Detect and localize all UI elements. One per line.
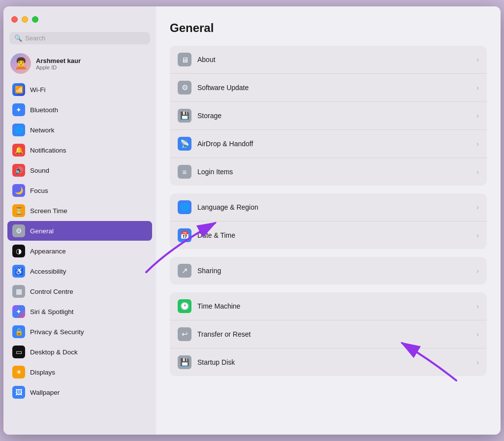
sidebar-item-privacy[interactable]: 🔒Privacy & Security — [7, 322, 152, 342]
sidebar-item-notifications[interactable]: 🔔Notifications — [7, 140, 152, 160]
sidebar-item-appearance[interactable]: ◑Appearance — [7, 241, 152, 261]
timemachine-icon: 🕐 — [178, 299, 191, 313]
wallpaper-icon: 🖼 — [12, 386, 25, 399]
user-name: Arshmeet kaur — [36, 57, 81, 64]
sound-icon: 🔊 — [12, 164, 25, 177]
menu-row-language[interactable]: 🌐Language & Region› — [170, 193, 487, 221]
transfer-icon: ↩ — [178, 327, 191, 341]
sidebar-item-label-displays: Displays — [30, 369, 55, 376]
sidebar-item-label-focus: Focus — [30, 187, 48, 194]
maximize-button[interactable] — [32, 16, 38, 23]
software-update-icon: ⚙ — [178, 81, 191, 94]
startup-icon: 💾 — [178, 355, 191, 369]
menu-row-software-update[interactable]: ⚙Software Update› — [170, 73, 487, 101]
desktop-icon: ▭ — [12, 346, 25, 358]
sidebar-item-label-network: Network — [30, 126, 55, 134]
appearance-icon: ◑ — [12, 245, 25, 257]
sidebar-item-label-accessibility: Accessibility — [30, 268, 66, 275]
chevron-icon-language: › — [476, 203, 479, 211]
siri-icon: ✦ — [12, 305, 25, 318]
menu-row-label-startup: Startup Disk — [197, 358, 476, 366]
sidebar-item-label-general: General — [30, 227, 54, 235]
section-group-group4: 🕐Time Machine›↩Transfer or Reset›💾Startu… — [170, 292, 487, 376]
sidebar-item-bluetooth[interactable]: ✦Bluetooth — [7, 100, 152, 120]
menu-row-label-language: Language & Region — [197, 203, 476, 211]
menu-row-storage[interactable]: 💾Storage› — [170, 101, 487, 129]
sidebar-item-controlcentre[interactable]: ▦Control Centre — [7, 282, 152, 301]
login-items-icon: ≡ — [178, 165, 191, 179]
sidebar-item-label-siri: Siri & Spotlight — [30, 308, 74, 315]
menu-row-label-sharing: Sharing — [197, 267, 476, 275]
menu-row-label-datetime: Date & Time — [197, 231, 476, 239]
sidebar-item-wifi[interactable]: 📶Wi-Fi — [7, 80, 152, 99]
bluetooth-icon: ✦ — [12, 103, 25, 116]
sharing-icon: ↗ — [178, 264, 191, 278]
sidebar-item-focus[interactable]: 🌙Focus — [7, 181, 152, 200]
notifications-icon: 🔔 — [12, 144, 25, 157]
sidebar-item-label-privacy: Privacy & Security — [30, 328, 84, 336]
system-settings-window: 🔍 Search 🧑‍🦱 Arshmeet kaur Apple ID 📶Wi-… — [3, 6, 501, 435]
wifi-icon: 📶 — [12, 83, 25, 96]
sidebar-item-label-wifi: Wi-Fi — [30, 86, 45, 94]
sidebar-item-label-wallpaper: Wallpaper — [30, 389, 60, 396]
chevron-icon-transfer: › — [476, 330, 479, 338]
menu-row-label-software-update: Software Update — [197, 84, 476, 92]
titlebar — [3, 6, 156, 32]
menu-row-startup[interactable]: 💾Startup Disk› — [170, 348, 487, 376]
search-icon: 🔍 — [14, 34, 22, 42]
screentime-icon: ⏳ — [12, 204, 25, 217]
displays-icon: ☀ — [12, 366, 25, 378]
chevron-icon-sharing: › — [476, 267, 479, 275]
menu-row-login-items[interactable]: ≡Login Items› — [170, 158, 487, 186]
menu-row-label-about: About — [197, 56, 476, 63]
menu-row-airdrop[interactable]: 📡AirDrop & Handoff› — [170, 129, 487, 158]
chevron-icon-airdrop: › — [476, 140, 479, 148]
user-sub: Apple ID — [36, 64, 81, 70]
sidebar: 🔍 Search 🧑‍🦱 Arshmeet kaur Apple ID 📶Wi-… — [3, 6, 156, 435]
sidebar-item-label-controlcentre: Control Centre — [30, 288, 73, 295]
menu-row-about[interactable]: 🖥About› — [170, 46, 487, 73]
sidebar-item-sound[interactable]: 🔊Sound — [7, 160, 152, 180]
page-title: General — [170, 21, 487, 35]
airdrop-icon: 📡 — [178, 137, 191, 151]
chevron-icon-software-update: › — [476, 84, 479, 92]
sidebar-item-general[interactable]: ⚙General — [7, 221, 152, 241]
sidebar-item-label-sound: Sound — [30, 167, 49, 174]
sidebar-item-wallpaper[interactable]: 🖼Wallpaper — [7, 382, 152, 402]
section-group-group3: ↗Sharing› — [170, 257, 487, 284]
sidebar-item-displays[interactable]: ☀Displays — [7, 362, 152, 382]
user-profile[interactable]: 🧑‍🦱 Arshmeet kaur Apple ID — [3, 49, 156, 80]
about-icon: 🖥 — [178, 53, 191, 66]
menu-row-datetime[interactable]: 📅Date & Time› — [170, 221, 487, 249]
chevron-icon-login-items: › — [476, 168, 479, 176]
sidebar-item-screentime[interactable]: ⏳Screen Time — [7, 201, 152, 220]
search-bar[interactable]: 🔍 Search — [9, 32, 150, 44]
chevron-icon-datetime: › — [476, 231, 479, 239]
chevron-icon-about: › — [476, 56, 479, 63]
close-button[interactable] — [11, 16, 18, 23]
menu-row-sharing[interactable]: ↗Sharing› — [170, 257, 487, 284]
sidebar-item-desktop[interactable]: ▭Desktop & Dock — [7, 342, 152, 362]
controlcentre-icon: ▦ — [12, 285, 25, 298]
sidebar-item-label-appearance: Appearance — [30, 248, 66, 255]
sidebar-item-network[interactable]: 🌐Network — [7, 120, 152, 140]
menu-row-transfer[interactable]: ↩Transfer or Reset› — [170, 320, 487, 348]
sidebar-item-accessibility[interactable]: ♿Accessibility — [7, 261, 152, 281]
datetime-icon: 📅 — [178, 228, 191, 242]
sidebar-item-label-bluetooth: Bluetooth — [30, 106, 58, 114]
minimize-button[interactable] — [22, 16, 28, 23]
menu-row-label-airdrop: AirDrop & Handoff — [197, 140, 476, 148]
avatar: 🧑‍🦱 — [10, 53, 31, 74]
language-icon: 🌐 — [178, 200, 191, 214]
sidebar-item-label-screentime: Screen Time — [30, 207, 67, 215]
menu-row-label-transfer: Transfer or Reset — [197, 330, 476, 338]
menu-row-timemachine[interactable]: 🕐Time Machine› — [170, 292, 487, 320]
main-groups: 🖥About›⚙Software Update›💾Storage›📡AirDro… — [170, 46, 487, 376]
section-group-group1: 🖥About›⚙Software Update›💾Storage›📡AirDro… — [170, 46, 487, 186]
menu-row-label-storage: Storage — [197, 112, 476, 120]
sidebar-item-siri[interactable]: ✦Siri & Spotlight — [7, 302, 152, 321]
storage-icon: 💾 — [178, 109, 191, 123]
menu-row-label-login-items: Login Items — [197, 168, 476, 176]
privacy-icon: 🔒 — [12, 325, 25, 338]
menu-row-label-timemachine: Time Machine — [197, 302, 476, 310]
